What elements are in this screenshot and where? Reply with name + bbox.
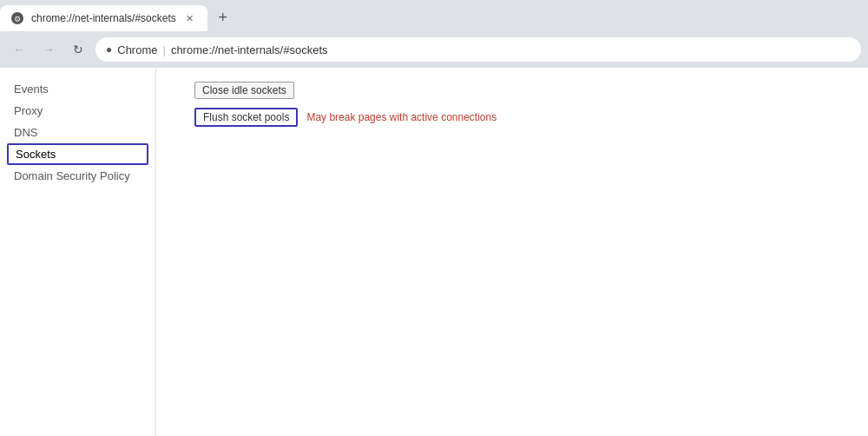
warning-text: May break pages with active connections: [306, 111, 496, 123]
active-tab[interactable]: ⚙ chrome://net-internals/#sockets ✕: [0, 5, 207, 31]
svg-text:⚙: ⚙: [14, 15, 21, 23]
browser-chrome: ⚙ chrome://net-internals/#sockets ✕ + ← …: [0, 0, 868, 68]
address-bar: ← → ↻ ● Chrome | chrome://net-internals/…: [0, 31, 868, 68]
tab-title: chrome://net-internals/#sockets: [31, 12, 176, 24]
sidebar-item-domain-security-policy[interactable]: Domain Security Policy: [0, 165, 155, 187]
sidebar-item-events[interactable]: Events: [0, 78, 155, 100]
address-field[interactable]: ● Chrome | chrome://net-internals/#socke…: [95, 37, 861, 62]
sidebar-item-sockets[interactable]: Sockets: [7, 143, 148, 165]
new-tab-button[interactable]: +: [211, 5, 235, 30]
close-idle-sockets-button[interactable]: Close idle sockets: [194, 82, 294, 99]
address-provider: Chrome: [117, 43, 157, 56]
flush-socket-pools-button[interactable]: Flush socket pools: [194, 108, 298, 127]
secure-icon: ●: [106, 43, 112, 56]
list-item: Close idle sockets: [194, 82, 847, 99]
main-content: Close idle sockets Flush socket pools Ma…: [156, 68, 868, 436]
tab-close-button[interactable]: ✕: [183, 11, 197, 25]
list-item: Flush socket pools May break pages with …: [194, 108, 847, 127]
sidebar-item-proxy[interactable]: Proxy: [0, 100, 155, 122]
address-divider: |: [163, 43, 166, 56]
forward-button[interactable]: →: [36, 37, 61, 62]
back-button[interactable]: ←: [7, 37, 31, 62]
sidebar-item-dns[interactable]: DNS: [0, 122, 155, 143]
page-body: Events Proxy DNS Sockets Domain Security…: [0, 68, 868, 436]
address-url: chrome://net-internals/#sockets: [171, 43, 328, 56]
tab-favicon: ⚙: [10, 11, 24, 25]
sidebar: Events Proxy DNS Sockets Domain Security…: [0, 68, 156, 436]
tab-bar: ⚙ chrome://net-internals/#sockets ✕ +: [0, 0, 868, 31]
action-list: Close idle sockets Flush socket pools Ma…: [177, 82, 847, 127]
reload-button[interactable]: ↻: [66, 37, 90, 62]
